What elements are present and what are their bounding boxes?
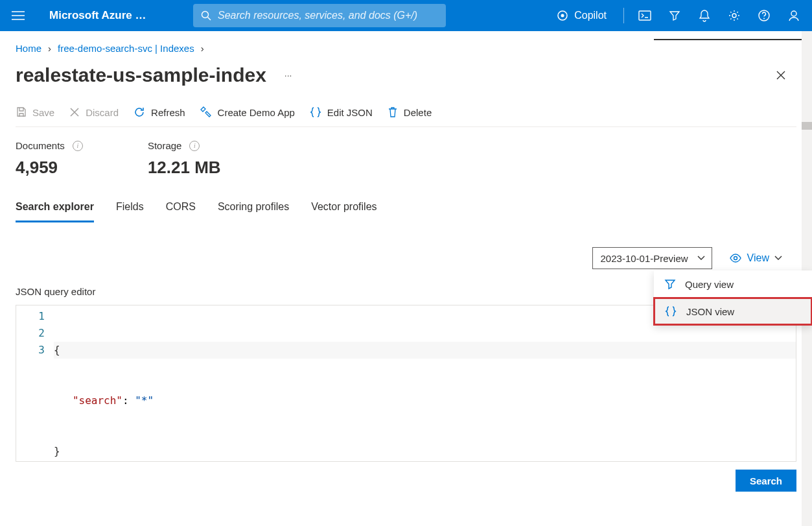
search-placeholder: Search resources, services, and docs (G+…	[218, 10, 417, 21]
svg-point-0	[202, 12, 209, 18]
header-actions: Copilot	[547, 0, 807, 31]
tools-icon	[200, 106, 213, 119]
tab-vector-profiles[interactable]: Vector profiles	[311, 196, 377, 222]
discard-button: Discard	[69, 106, 119, 118]
info-icon[interactable]: i	[189, 141, 200, 151]
dropdown-query-view[interactable]: Query view	[654, 270, 812, 298]
tab-fields[interactable]: Fields	[116, 196, 144, 222]
breadcrumb-service[interactable]: free-demo-search-svc | Indexes	[58, 43, 194, 54]
view-button[interactable]: View	[729, 252, 782, 264]
breadcrumb: Home › free-demo-search-svc | Indexes ›	[0, 31, 812, 60]
chevron-down-icon	[774, 256, 782, 261]
svg-point-2	[561, 14, 564, 18]
json-editor[interactable]: 1 2 3 { "search": "*" }	[16, 305, 796, 462]
global-search-input[interactable]: Search resources, services, and docs (G+…	[193, 4, 446, 27]
query-view-label: Query view	[685, 279, 734, 290]
delete-button[interactable]: Delete	[387, 106, 432, 119]
eye-icon	[729, 253, 742, 263]
dropdown-json-view[interactable]: JSON view	[654, 298, 812, 325]
command-bar: Save Discard Refresh Create Demo App Edi…	[0, 104, 812, 126]
storage-label: Storage	[148, 140, 182, 151]
title-row: realestate-us-sample-index ···	[0, 60, 812, 104]
stat-documents: Documents i 4,959	[16, 140, 83, 178]
tab-scoring-profiles[interactable]: Scoring profiles	[218, 196, 289, 222]
braces-icon	[664, 305, 677, 317]
svg-point-8	[734, 257, 737, 260]
tab-search-explorer[interactable]: Search explorer	[16, 196, 94, 222]
line-gutter: 1 2 3	[16, 305, 54, 461]
funnel-icon	[664, 278, 676, 290]
storage-value: 12.21 MB	[148, 158, 221, 178]
svg-rect-3	[639, 11, 651, 20]
close-icon	[69, 106, 80, 118]
decorative-line	[654, 39, 802, 40]
close-icon[interactable]	[776, 70, 786, 80]
controls-row: 2023-10-01-Preview View Query view JSON …	[0, 222, 812, 277]
search-icon	[201, 10, 211, 21]
save-icon	[16, 106, 27, 118]
json-view-label: JSON view	[686, 306, 734, 317]
stat-storage: Storage i 12.21 MB	[148, 140, 221, 178]
chevron-right-icon: ›	[48, 43, 51, 54]
info-icon[interactable]: i	[73, 141, 83, 151]
view-dropdown: Query view JSON view	[654, 270, 812, 325]
filter-icon[interactable]	[662, 0, 688, 31]
tab-bar: Search explorer Fields CORS Scoring prof…	[0, 196, 812, 222]
copilot-icon	[556, 9, 569, 22]
stats-row: Documents i 4,959 Storage i 12.21 MB	[0, 127, 812, 196]
documents-value: 4,959	[16, 158, 83, 178]
brand-label[interactable]: Microsoft Azure …	[31, 9, 193, 22]
separator	[623, 8, 624, 23]
search-button[interactable]: Search	[736, 470, 796, 492]
more-icon[interactable]: ···	[284, 70, 292, 80]
breadcrumb-home[interactable]: Home	[16, 43, 41, 54]
api-version-select[interactable]: 2023-10-01-Preview	[592, 247, 712, 269]
trash-icon	[387, 106, 399, 119]
refresh-icon	[133, 106, 146, 119]
menu-icon[interactable]	[5, 11, 31, 20]
help-icon[interactable]	[751, 0, 777, 31]
save-button: Save	[16, 106, 54, 118]
feedback-icon[interactable]	[781, 0, 807, 31]
documents-label: Documents	[16, 140, 65, 151]
chevron-down-icon	[697, 256, 705, 261]
svg-point-4	[732, 14, 736, 18]
chevron-right-icon: ›	[201, 43, 204, 54]
copilot-label: Copilot	[574, 10, 607, 21]
code-area[interactable]: { "search": "*" }	[54, 305, 796, 461]
top-header: Microsoft Azure … Search resources, serv…	[0, 0, 812, 31]
api-version-value: 2023-10-01-Preview	[601, 253, 688, 264]
settings-icon[interactable]	[721, 0, 747, 31]
create-demo-button[interactable]: Create Demo App	[200, 106, 295, 119]
edit-json-button[interactable]: Edit JSON	[309, 106, 373, 119]
svg-point-7	[791, 11, 796, 16]
tab-cors[interactable]: CORS	[166, 196, 196, 222]
copilot-button[interactable]: Copilot	[547, 0, 616, 31]
notifications-icon[interactable]	[691, 0, 717, 31]
braces-icon	[309, 106, 322, 119]
page-title: realestate-us-sample-index	[16, 64, 266, 86]
scroll-thumb[interactable]	[802, 122, 812, 130]
refresh-button[interactable]: Refresh	[133, 106, 185, 119]
svg-point-6	[763, 18, 765, 19]
cloud-shell-icon[interactable]	[632, 0, 658, 31]
view-label: View	[747, 252, 769, 264]
